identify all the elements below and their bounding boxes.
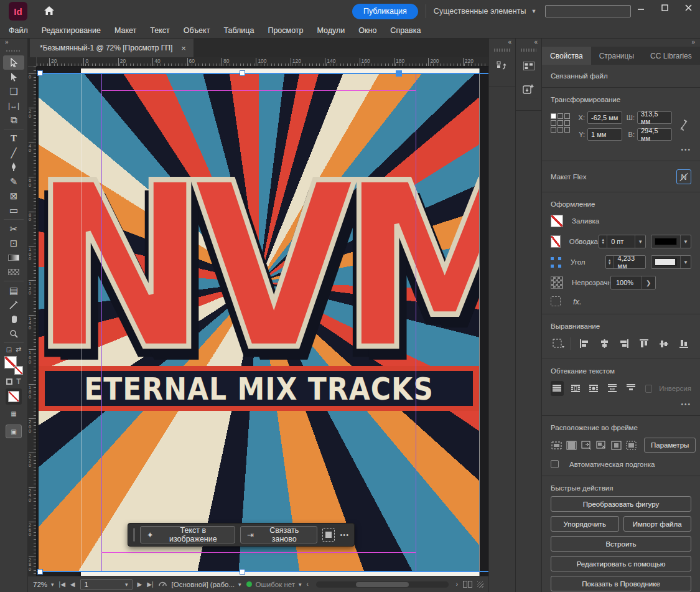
- fill-none-swatch[interactable]: [551, 215, 563, 227]
- content-aware-fit-icon[interactable]: [625, 438, 637, 453]
- direct-selection-tool[interactable]: [3, 70, 24, 84]
- opacity-control[interactable]: 100% ❯: [610, 276, 656, 289]
- content-collector-tool[interactable]: ⧉: [3, 113, 24, 127]
- align-left-icon[interactable]: [577, 336, 591, 351]
- reference-point-grid[interactable]: [551, 113, 570, 141]
- notes-tool[interactable]: ▤: [3, 283, 24, 298]
- ruler-origin-box[interactable]: [28, 57, 37, 67]
- wrap-jump-object-icon[interactable]: [606, 381, 619, 396]
- page-number-field[interactable]: 1 ▾: [80, 579, 133, 590]
- tools-grip[interactable]: [6, 48, 21, 53]
- menu-type[interactable]: Текст: [150, 26, 177, 35]
- y-field[interactable]: 1 мм: [587, 128, 622, 141]
- gradient-tool[interactable]: [3, 250, 24, 265]
- chevron-down-icon[interactable]: ▼: [680, 235, 691, 248]
- stroke-none-swatch[interactable]: [551, 235, 561, 248]
- home-icon[interactable]: [44, 6, 55, 17]
- edit-with-button[interactable]: Редактировать с помощью: [551, 556, 691, 571]
- zoom-control[interactable]: 72% ▾: [33, 581, 54, 588]
- fill-frame-proportionally-icon[interactable]: [566, 438, 577, 453]
- gradient-feather-tool[interactable]: [3, 265, 24, 279]
- wrap-more-options[interactable]: •••: [551, 401, 691, 408]
- stroke-swatch[interactable]: [14, 366, 23, 375]
- align-center-vertical-icon[interactable]: [657, 336, 671, 351]
- wrap-bounding-box-icon[interactable]: [569, 381, 582, 396]
- corner-shape-swatch[interactable]: [655, 258, 677, 266]
- v-ruler[interactable]: 02 04 06 08 01 0 01 2 01 4 01 6 01 8 02 …: [28, 67, 37, 576]
- search-input[interactable]: [545, 5, 631, 17]
- selection-frame-top[interactable]: [37, 73, 488, 74]
- scroll-right-arrow[interactable]: ›: [456, 581, 458, 588]
- align-bottom-icon[interactable]: [677, 336, 691, 351]
- document-tab-close-icon[interactable]: ×: [181, 44, 186, 53]
- wrap-jump-next-column-icon[interactable]: [624, 381, 637, 396]
- dock-collapse-icon[interactable]: «: [516, 39, 541, 47]
- selection-handle-top-center[interactable]: [240, 70, 245, 76]
- stroke-color-well[interactable]: ▼: [651, 235, 691, 248]
- fit-frame-to-content-icon[interactable]: [595, 438, 607, 453]
- tools-collapse-icon[interactable]: »: [0, 39, 27, 47]
- selection-frame-bottom[interactable]: [37, 571, 488, 572]
- last-page-button[interactable]: ▶|: [147, 581, 153, 588]
- menu-edit[interactable]: Редактирование: [42, 26, 109, 35]
- tab-pages[interactable]: Страницы: [591, 47, 642, 65]
- stroke-weight-value[interactable]: 0 пт: [607, 238, 635, 245]
- align-center-horizontal-icon[interactable]: [597, 336, 611, 351]
- flex-layout-toggle-icon[interactable]: N: [676, 169, 691, 184]
- stepper-arrows-icon[interactable]: ▲▼: [606, 256, 614, 268]
- selection-tool[interactable]: [3, 55, 24, 70]
- frame-fitting-icon[interactable]: [322, 528, 335, 542]
- selection-handle-bottom-center[interactable]: [240, 569, 245, 575]
- h-ruler[interactable]: 20020406080100120140160180200220: [37, 57, 488, 67]
- chevron-down-icon[interactable]: ▼: [680, 256, 691, 268]
- pen-tool[interactable]: [3, 160, 24, 174]
- panel-expand-icon[interactable]: »: [542, 39, 700, 47]
- spread-view-icon[interactable]: [463, 581, 472, 588]
- stroke-color-swatch[interactable]: [655, 238, 677, 245]
- corner-radius-stepper[interactable]: ▲▼ 4,233 мм: [605, 255, 646, 269]
- stepper-arrows-icon[interactable]: ▲▼: [599, 235, 607, 248]
- artboards-panel-icon[interactable]: [520, 57, 538, 75]
- scissors-tool[interactable]: ✂: [3, 222, 24, 236]
- close-button[interactable]: [676, 0, 700, 15]
- embed-button[interactable]: Встроить: [551, 536, 691, 552]
- stroke-weight-stepper[interactable]: ▲▼ 0 пт ▼: [599, 235, 646, 248]
- publish-button[interactable]: Публикация: [352, 4, 418, 19]
- swap-fill-stroke[interactable]: ◲⇄: [0, 345, 27, 354]
- import-file-button[interactable]: Импорт файла: [623, 516, 692, 532]
- transform-more-options[interactable]: •••: [551, 146, 691, 153]
- fit-content-to-frame-icon[interactable]: [581, 438, 592, 453]
- menu-file[interactable]: Файл: [9, 26, 36, 35]
- autofit-checkbox[interactable]: [551, 460, 559, 468]
- prev-page-button[interactable]: ◀: [70, 581, 75, 588]
- content-grabber-handle[interactable]: [396, 70, 402, 77]
- menu-plugins[interactable]: Модули: [317, 26, 353, 35]
- first-page-button[interactable]: |◀: [59, 581, 65, 588]
- wrap-object-shape-icon[interactable]: [587, 381, 600, 396]
- formatting-text-toggle[interactable]: T: [16, 377, 21, 386]
- dock-collapse-icon[interactable]: «: [489, 39, 515, 47]
- chevron-down-icon[interactable]: ▼: [635, 235, 645, 248]
- menu-help[interactable]: Справка: [390, 26, 429, 35]
- menu-layout[interactable]: Макет: [114, 26, 144, 35]
- context-bar-grip[interactable]: [133, 528, 135, 542]
- menu-view[interactable]: Просмотр: [268, 26, 311, 35]
- relink-button[interactable]: ⇥ Связать заново: [240, 526, 317, 543]
- fitting-options-button[interactable]: Параметры: [644, 438, 696, 453]
- scrollbar-thumb[interactable]: [356, 582, 409, 587]
- selection-handle-bottom-left[interactable]: [37, 569, 43, 575]
- x-field[interactable]: -62,5 мм: [587, 111, 622, 124]
- pencil-tool[interactable]: ✎: [3, 174, 24, 189]
- frame-corner-icon[interactable]: [551, 296, 561, 306]
- menu-table[interactable]: Таблица: [223, 26, 262, 35]
- eyedropper-tool[interactable]: [3, 298, 24, 312]
- pages-panel-icon[interactable]: [493, 57, 511, 75]
- preflight-profile-dropdown[interactable]: [Основной] (рабо... ▾: [172, 581, 241, 588]
- stroke-label[interactable]: Обводка: [569, 238, 599, 245]
- free-transform-tool[interactable]: ⊡: [3, 236, 24, 250]
- height-field[interactable]: 294,5 мм: [637, 128, 672, 141]
- menu-object[interactable]: Объект: [184, 26, 218, 35]
- tab-cc-libraries[interactable]: CC Libraries: [642, 47, 700, 65]
- context-bar-more-button[interactable]: •••: [340, 531, 349, 538]
- constrain-proportions-broken-link-icon[interactable]: [679, 119, 688, 133]
